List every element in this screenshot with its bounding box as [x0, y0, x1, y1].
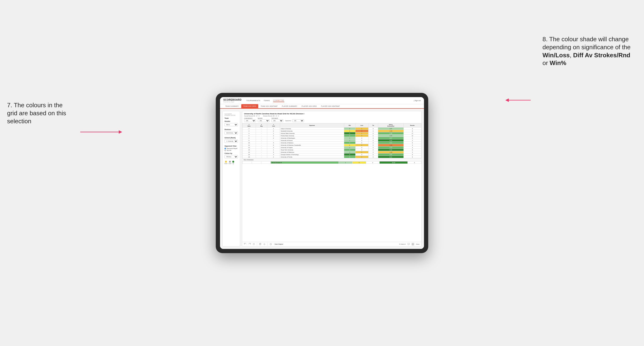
cell-conf: 1 — [267, 149, 280, 151]
toolbar-divider — [257, 243, 257, 246]
cell-tie: 0 — [368, 130, 378, 132]
undo-icon[interactable] — [244, 243, 246, 245]
cell-diff: -4.33 — [378, 144, 404, 146]
legend-up-dot — [232, 161, 234, 163]
col-loss: Loss — [355, 124, 368, 128]
tab-team-summary[interactable]: TEAM SUMMARY — [223, 104, 241, 108]
cell-rank: 8 — [242, 137, 256, 139]
cell-div-conf — [261, 162, 271, 164]
cell-div-rank — [242, 162, 252, 164]
cell-diff: -1.00 — [378, 151, 404, 154]
gender-label: Gender — [224, 120, 238, 122]
tab-team-h2h-grid[interactable]: TEAM H2H GRID — [241, 104, 258, 108]
tablet-screen: SCOREBOARD Powered by clippd TOURNAMENTS… — [220, 97, 424, 249]
cell-loss: 0 — [355, 149, 368, 151]
out-of-division-table: NCAA Division II 1 0 0 26.00 3 — [242, 161, 422, 164]
annotation-right: 8. The colour shade will change dependin… — [542, 35, 637, 67]
svg-rect-8 — [413, 243, 414, 244]
nav-teams[interactable]: TEAMS — [264, 99, 270, 102]
cell-div-win: 1 — [339, 162, 352, 164]
colour-by-select[interactable]: Win/loss — [224, 155, 238, 158]
cell-conf: 3 — [267, 146, 280, 149]
tablet-frame: SCOREBOARD Powered by clippd TOURNAMENTS… — [216, 93, 428, 253]
cell-tie: 0 — [368, 146, 378, 149]
cell-rounds: 17 — [404, 132, 421, 135]
division-select[interactable]: NCAA Division I — [224, 131, 238, 135]
clock-icon[interactable] — [270, 243, 272, 245]
legend-level-dot — [229, 161, 231, 163]
copy-icon[interactable] — [259, 243, 261, 245]
cell-rounds: 3 — [404, 151, 421, 154]
tab-player-h2h-grid[interactable]: PLAYER H2H GRID — [300, 104, 319, 108]
cell-conf: 4 — [267, 154, 280, 156]
cell-diff: -2.29 — [378, 130, 404, 132]
comment-icon[interactable] — [408, 243, 410, 245]
table-scroll-area[interactable]: #Rank #Reg #Conf Opponent Win Loss Tie D… — [242, 123, 422, 242]
svg-point-2 — [253, 243, 254, 245]
cell-win: 1 — [344, 151, 355, 154]
tab-player-summary[interactable]: PLAYER SUMMARY — [280, 104, 299, 108]
cell-reg: - — [256, 144, 267, 146]
cell-tie: 0 — [368, 142, 378, 144]
right-annotation-arrow — [505, 94, 533, 106]
tab-player-h2h-heatmap[interactable]: PLAYER H2H HEATMAP — [319, 104, 342, 108]
redo-icon[interactable] — [248, 243, 251, 245]
cell-conf: 6 — [267, 151, 280, 154]
col-opponent: Opponent — [280, 124, 344, 128]
col-conf: #Conf — [267, 124, 280, 128]
cell-diff: 1.83 — [378, 135, 404, 137]
cell-opponent: Arizona State University — [280, 132, 344, 135]
gender-select[interactable]: Men's — [224, 123, 238, 126]
last-updated: Last Updated: 27/03/2024 16:55:38 — [224, 113, 238, 116]
cell-rank: 3 — [242, 130, 256, 132]
cell-rank: 11 — [242, 144, 256, 146]
nav-committee[interactable]: COMMITTEE — [273, 99, 284, 102]
cell-reg: - — [256, 142, 267, 144]
tab-team-h2h-heatmap[interactable]: TEAM H2H HEATMAP — [259, 104, 280, 108]
watch-button[interactable]: 👁 Watch ▾ — [399, 243, 406, 245]
cell-loss: 0 — [355, 154, 368, 156]
cell-loss: 0 — [355, 137, 368, 139]
cell-opponent: University of Virginia — [280, 146, 344, 149]
opponent-select[interactable]: (All) — [272, 119, 283, 122]
legend-down-label: Down — [224, 163, 228, 164]
cell-rank: 2 — [242, 128, 256, 130]
sign-out-link[interactable]: | Sign out — [414, 100, 421, 101]
settings-icon[interactable] — [263, 243, 266, 245]
cell-diff: 2.33 — [378, 146, 404, 149]
grid-panel: University of North Carolina Head-to-Hea… — [242, 111, 422, 247]
cell-rounds: 3 — [404, 146, 421, 149]
cell-rank: 15 — [242, 154, 256, 156]
cell-tie: 0 — [368, 128, 378, 130]
refresh-icon[interactable] — [252, 243, 255, 245]
cell-loss: 2 — [355, 135, 368, 137]
radio-top100[interactable]: Top 100 — [224, 150, 238, 151]
cell-diff: 1.67 — [378, 128, 404, 130]
grid-icon[interactable] — [412, 243, 414, 245]
col-win: Win — [344, 124, 355, 128]
grid-filters: Conference (All) Region (All) — [244, 118, 420, 122]
cell-diff: 5.56 — [378, 149, 404, 151]
cell-win: 4 — [344, 135, 355, 137]
conference-select[interactable]: (All) — [244, 119, 256, 122]
legend-down-dot — [225, 161, 227, 163]
cell-opponent: University of Arkansas, Fayetteville — [280, 144, 344, 146]
svg-rect-9 — [412, 244, 413, 245]
division-record: Division Record: 88 - 17 - 0 — [263, 115, 279, 117]
logo: SCOREBOARD Powered by clippd — [223, 99, 242, 103]
cell-reg: - — [256, 130, 267, 132]
cell-rank: 13 — [242, 149, 256, 151]
svg-rect-10 — [413, 244, 414, 245]
cell-diff: 3.67 — [378, 137, 404, 139]
school-select[interactable]: 1. University of Nort... — [224, 140, 238, 143]
opponents-select[interactable]: (All) — [292, 119, 304, 122]
cell-reg: - — [256, 156, 267, 158]
sidebar-panel: Last Updated: 27/03/2024 16:55:38 Team G… — [222, 111, 240, 247]
share-button[interactable]: Share — [416, 243, 420, 245]
region-select[interactable]: (All) — [258, 119, 270, 122]
main-nav: TOURNAMENTS TEAMS COMMITTEE — [246, 99, 409, 102]
cell-rounds: 8 — [404, 130, 421, 132]
nav-tournaments[interactable]: TOURNAMENTS — [246, 99, 260, 102]
radio-opponents-played[interactable]: Opponents Played — [224, 148, 238, 149]
opponent-filter: Opponent (All) — [272, 118, 283, 122]
